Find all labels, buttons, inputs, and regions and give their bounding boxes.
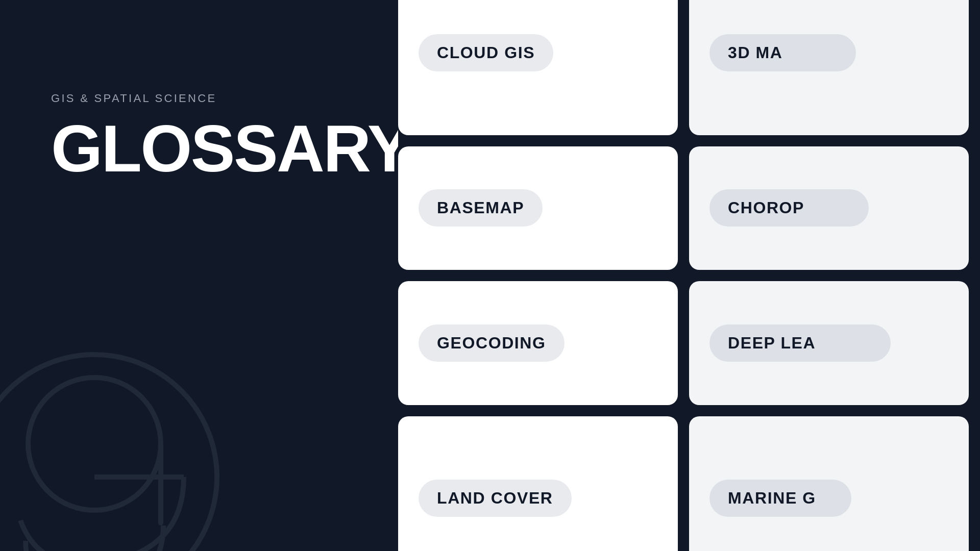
- card-marine-gis[interactable]: MARINE GIS: [689, 416, 969, 552]
- card-label-basemap: BASEMAP: [419, 189, 543, 227]
- card-label-3d-mapping: 3D MAPPING: [709, 34, 856, 71]
- card-label-cloud-gis: CLOUD GIS: [419, 34, 553, 71]
- card-3d-mapping[interactable]: 3D MAPPING: [689, 0, 969, 135]
- card-basemap[interactable]: BASEMAP: [398, 146, 678, 270]
- page-title: GLOSSARY: [51, 115, 357, 182]
- decorative-g-shape: [0, 342, 230, 551]
- card-label-deep-learning: DEEP LEARNING: [709, 324, 891, 362]
- card-label-geocoding: GEOCODING: [419, 324, 565, 362]
- subtitle: GIS & SPATIAL SCIENCE: [51, 92, 357, 105]
- cards-grid: CLOUD GIS 3D MAPPING BASEMAP CHOROPLETH …: [398, 0, 980, 551]
- svg-rect-2: [158, 444, 163, 525]
- card-land-cover[interactable]: LAND COVER: [398, 416, 678, 552]
- card-label-marine-gis: MARINE GIS: [709, 480, 851, 517]
- svg-point-0: [0, 355, 217, 551]
- svg-point-1: [28, 378, 161, 510]
- left-panel: GIS & SPATIAL SCIENCE GLOSSARY: [0, 0, 398, 551]
- card-choropleth[interactable]: CHOROPLETH: [689, 146, 969, 270]
- card-label-land-cover: LAND COVER: [419, 480, 572, 517]
- card-geocoding[interactable]: GEOCODING: [398, 281, 678, 405]
- card-label-choropleth: CHOROPLETH: [709, 189, 869, 227]
- card-cloud-gis[interactable]: CLOUD GIS: [398, 0, 678, 135]
- card-deep-learning[interactable]: DEEP LEARNING: [689, 281, 969, 405]
